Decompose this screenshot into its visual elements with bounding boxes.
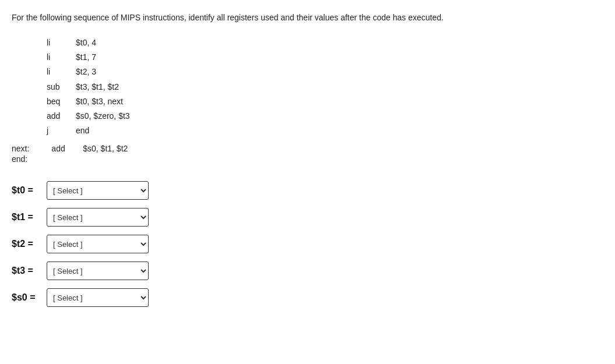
end-label-block: end: (12, 154, 603, 164)
registers-section: $t0 = [ Select ] 0 1 2 3 4 5 6 7 8 9 10 … (12, 181, 603, 307)
code-line-2: li $t1, 7 (47, 50, 603, 65)
mnemonic-li-3: li (47, 65, 76, 79)
mnemonic-add-1: add (47, 109, 76, 123)
code-line-3: li $t2, 3 (47, 65, 603, 79)
code-line-1: li $t0, 4 (47, 36, 603, 50)
mnemonic-li-1: li (47, 36, 76, 50)
register-select-t3[interactable]: [ Select ] 0 1 2 3 4 5 6 7 8 9 10 (47, 261, 149, 280)
code-line-4: sub $t3, $t1, $t2 (47, 80, 603, 94)
register-row-t3: $t3 = [ Select ] 0 1 2 3 4 5 6 7 8 9 10 (12, 261, 603, 280)
code-block: li $t0, 4 li $t1, 7 li $t2, 3 sub $t3, $… (47, 36, 603, 138)
next-code-row: add $s0, $t1, $t2 (51, 144, 128, 153)
register-label-t0: $t0 = (12, 185, 47, 196)
mnemonic-beq: beq (47, 94, 76, 109)
mnemonic-sub: sub (47, 80, 76, 94)
register-row-t2: $t2 = [ Select ] 0 1 2 3 4 5 6 7 8 9 10 (12, 235, 603, 253)
mnemonic-add-next: add (51, 144, 80, 153)
register-select-t1[interactable]: [ Select ] 0 1 2 3 4 5 6 7 8 9 10 (47, 208, 149, 227)
question-text: For the following sequence of MIPS instr… (12, 12, 603, 24)
register-label-t3: $t3 = (12, 266, 47, 276)
register-label-s0: $s0 = (12, 292, 47, 303)
register-select-t2[interactable]: [ Select ] 0 1 2 3 4 5 6 7 8 9 10 (47, 235, 149, 253)
register-select-t0[interactable]: [ Select ] 0 1 2 3 4 5 6 7 8 9 10 (47, 181, 149, 200)
end-label: end: (12, 154, 27, 164)
operands-add-1: $s0, $zero, $t3 (76, 109, 130, 123)
operands-add-next: $s0, $t1, $t2 (83, 144, 128, 153)
register-label-t2: $t2 = (12, 239, 47, 249)
mnemonic-j: j (47, 123, 76, 138)
code-line-6: add $s0, $zero, $t3 (47, 109, 603, 123)
register-select-s0[interactable]: [ Select ] 0 1 2 3 4 5 6 7 8 9 10 (47, 288, 149, 307)
operands-sub: $t3, $t1, $t2 (76, 80, 119, 94)
operands-beq: $t0, $t3, next (76, 94, 123, 109)
mnemonic-li-2: li (47, 50, 76, 65)
next-label: next: (12, 144, 29, 153)
operands-j: end (76, 123, 89, 138)
code-line-5: beq $t0, $t3, next (47, 94, 603, 109)
next-label-block: next: add $s0, $t1, $t2 (12, 144, 603, 153)
register-label-t1: $t1 = (12, 212, 47, 222)
code-line-7: j end (47, 123, 603, 138)
register-row-t1: $t1 = [ Select ] 0 1 2 3 4 5 6 7 8 9 10 (12, 208, 603, 227)
operands-li-1: $t0, 4 (76, 36, 96, 50)
operands-li-2: $t1, 7 (76, 50, 96, 65)
register-row-s0: $s0 = [ Select ] 0 1 2 3 4 5 6 7 8 9 10 (12, 288, 603, 307)
operands-li-3: $t2, 3 (76, 65, 96, 79)
register-row-t0: $t0 = [ Select ] 0 1 2 3 4 5 6 7 8 9 10 (12, 181, 603, 200)
